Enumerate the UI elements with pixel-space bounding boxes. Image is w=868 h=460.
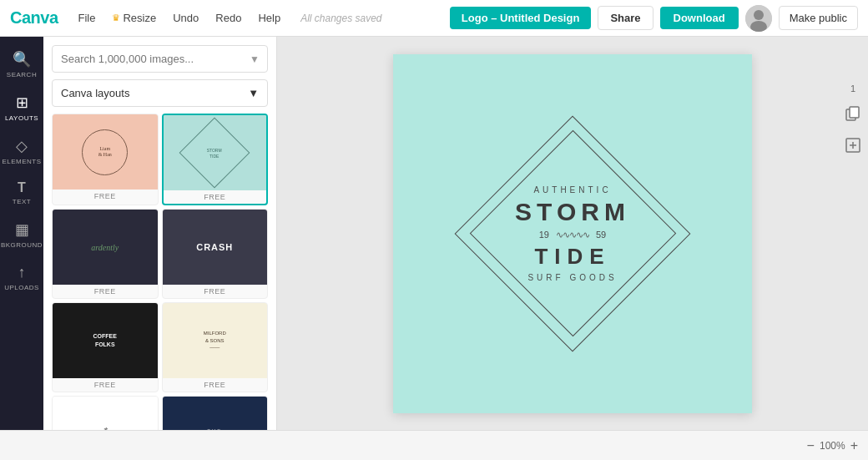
share-button[interactable]: Share	[598, 6, 653, 30]
logo-design: AUTHENTIC STORM 19 ∿∿∿∿∿ 59 TIDE SURF GO…	[447, 109, 698, 359]
zoom-level: 100%	[820, 440, 845, 452]
layouts-dropdown-button[interactable]: Canva layouts ▼	[52, 79, 268, 107]
logo-text-content: AUTHENTIC STORM 19 ∿∿∿∿∿ 59 TIDE SURF GO…	[515, 185, 630, 282]
nav-menu: File ♛ Resize Undo Redo Help	[72, 8, 288, 28]
logo-year-right: 59	[596, 230, 606, 240]
search-container: ▼	[52, 45, 268, 73]
file-menu-item[interactable]: File	[72, 8, 103, 28]
sidebar-item-background[interactable]: ▦ BKGROUND	[2, 214, 42, 255]
text-icon: T	[18, 180, 26, 195]
sidebar-item-layouts[interactable]: ⊞ LAYOUTS	[2, 87, 42, 129]
add-page-button[interactable]	[841, 134, 865, 157]
canvas-wrapper: AUTHENTIC STORM 19 ∿∿∿∿∿ 59 TIDE SURF GO…	[393, 54, 752, 413]
sidebar-item-elements[interactable]: ◇ ELEMENTS	[2, 130, 42, 172]
sidebar-item-text[interactable]: T TEXT	[2, 174, 42, 212]
svg-rect-4	[850, 107, 859, 118]
top-navigation: Canva File ♛ Resize Undo Redo Help All c…	[0, 0, 868, 37]
bottom-bar: − 100% +	[0, 430, 868, 460]
design-title-button[interactable]: Logo – Untitled Design	[450, 7, 592, 29]
layout-thumb-7[interactable]: ⚜Anthology	[52, 396, 159, 430]
layout-thumb-8[interactable]: THENORTHPOL	[162, 396, 269, 430]
layout-label-3: FREE	[53, 285, 158, 298]
layout-label-6: FREE	[163, 378, 268, 392]
layout-thumb-2[interactable]: STORMTIDE FREE	[162, 114, 269, 205]
main-area: 🔍 SEARCH ⊞ LAYOUTS ◇ ELEMENTS T TEXT ▦ B…	[0, 37, 868, 430]
sidebar-uploads-label: UPLOADS	[4, 284, 39, 291]
crown-icon: ♛	[112, 13, 120, 23]
download-button[interactable]: Download	[660, 7, 739, 29]
canva-logo-text: Canva	[10, 8, 58, 28]
layout-thumb-5[interactable]: COFFEEFOLKS FREE	[52, 302, 159, 392]
canvas-card[interactable]: AUTHENTIC STORM 19 ∿∿∿∿∿ 59 TIDE SURF GO…	[393, 54, 752, 413]
layout-label-4: FREE	[163, 285, 268, 298]
logo-surf-text: SURF GOODS	[527, 273, 617, 282]
zoom-out-button[interactable]: −	[807, 438, 815, 453]
page-number: 1	[850, 83, 855, 94]
search-icon: 🔍	[13, 50, 31, 68]
sidebar-elements-label: ELEMENTS	[2, 158, 41, 165]
sidebar-item-search[interactable]: 🔍 SEARCH	[2, 43, 42, 85]
layouts-icon: ⊞	[16, 94, 28, 112]
logo-middle-row: 19 ∿∿∿∿∿ 59	[539, 230, 607, 240]
sidebar-item-uploads[interactable]: ↑ UPLOADS	[2, 257, 42, 298]
logo-tide-text: TIDE	[534, 244, 610, 270]
sidebar-layouts-label: LAYOUTS	[5, 114, 38, 122]
zoom-controls: − 100% +	[807, 438, 858, 453]
layout-label-1: FREE	[53, 190, 158, 203]
sidebar-search-label: SEARCH	[7, 71, 37, 78]
search-dropdown-icon: ▼	[250, 53, 260, 65]
right-toolbar: 1	[838, 73, 868, 430]
zoom-in-button[interactable]: +	[850, 438, 858, 453]
help-menu-item[interactable]: Help	[251, 8, 287, 28]
save-status: All changes saved	[300, 13, 381, 24]
layout-label-5: FREE	[53, 378, 158, 392]
layouts-panel: ▼ Canva layouts ▼ Liam& Han FREE	[43, 37, 277, 430]
svg-point-1	[754, 10, 764, 20]
sidebar-icons: 🔍 SEARCH ⊞ LAYOUTS ◇ ELEMENTS T TEXT ▦ B…	[0, 37, 43, 430]
logo-wave: ∿∿∿∿∿	[556, 230, 589, 240]
canvas-area[interactable]: AUTHENTIC STORM 19 ∿∿∿∿∿ 59 TIDE SURF GO…	[277, 37, 868, 430]
logo-authentic-text: AUTHENTIC	[533, 185, 611, 195]
logo-year-left: 19	[539, 230, 549, 240]
sidebar-background-label: BKGROUND	[1, 241, 43, 249]
background-icon: ▦	[15, 220, 29, 239]
avatar[interactable]	[745, 5, 772, 32]
uploads-icon: ↑	[18, 264, 26, 281]
layout-thumb-6[interactable]: MILFORD& SONS—— FREE	[162, 302, 269, 392]
layouts-dropdown: Canva layouts ▼	[52, 79, 268, 107]
canva-logo[interactable]: Canva	[10, 8, 58, 28]
resize-menu-item[interactable]: ♛ Resize	[105, 8, 163, 28]
dropdown-chevron-icon: ▼	[248, 87, 259, 99]
layout-thumb-1[interactable]: Liam& Han FREE	[52, 114, 159, 205]
layout-thumb-3[interactable]: ardently FREE	[52, 209, 159, 299]
logo-storm-text: STORM	[515, 198, 630, 226]
layout-thumb-4[interactable]: CRASH FREE	[162, 209, 269, 299]
duplicate-page-button[interactable]	[841, 102, 865, 125]
redo-menu-item[interactable]: Redo	[209, 8, 248, 28]
layout-label-2: FREE	[164, 190, 267, 204]
layouts-grid: Liam& Han FREE STORMTIDE FREE	[52, 114, 268, 430]
nav-right: Logo – Untitled Design Share Download Ma…	[450, 5, 858, 32]
undo-menu-item[interactable]: Undo	[166, 8, 205, 28]
elements-icon: ◇	[16, 137, 28, 155]
sidebar-text-label: TEXT	[13, 198, 31, 205]
make-public-button[interactable]: Make public	[779, 6, 858, 30]
search-input[interactable]	[52, 45, 268, 73]
